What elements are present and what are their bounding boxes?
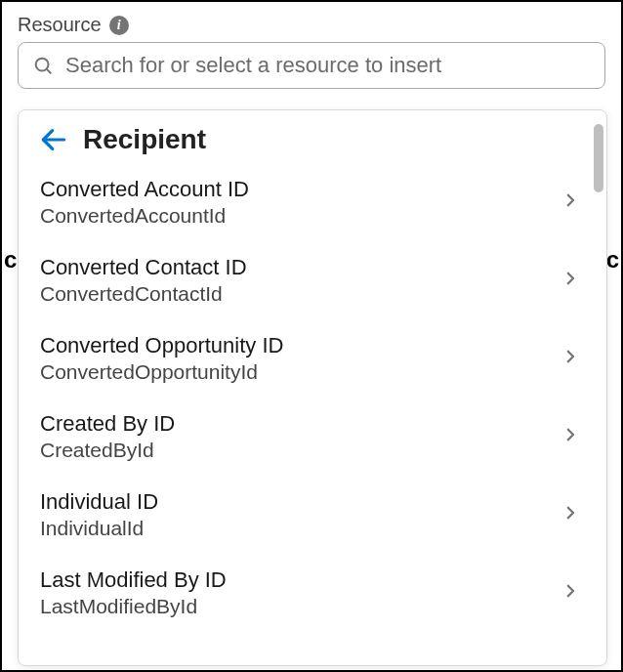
svg-point-0: [36, 59, 49, 71]
back-arrow-icon[interactable]: [38, 124, 69, 155]
item-text: Converted Opportunity ID ConvertedOpport…: [40, 333, 283, 384]
item-label: Converted Contact ID: [40, 255, 247, 280]
dropdown-title: Recipient: [83, 124, 206, 155]
resource-search-box[interactable]: [18, 42, 605, 89]
list-item[interactable]: Converted Opportunity ID ConvertedOpport…: [19, 319, 601, 398]
field-label: Resource: [18, 14, 102, 36]
item-label: Converted Account ID: [40, 177, 249, 202]
item-api-name: CreatedById: [40, 439, 175, 462]
item-label: Converted Opportunity ID: [40, 333, 283, 358]
chevron-right-icon: [561, 348, 579, 369]
search-icon: [32, 55, 54, 76]
dropdown-scroll[interactable]: Recipient Converted Account ID Converted…: [19, 110, 606, 665]
dropdown-list: Converted Account ID ConvertedAccountId …: [19, 163, 601, 632]
item-label: Last Modified By ID: [40, 567, 227, 593]
resource-field: Resource i: [2, 2, 621, 89]
info-icon[interactable]: i: [109, 16, 129, 35]
background-text-right: c: [606, 246, 619, 273]
item-api-name: ConvertedAccountId: [40, 204, 249, 228]
chevron-right-icon: [561, 191, 579, 213]
list-item[interactable]: Last Modified By ID LastModifiedById: [19, 554, 601, 632]
list-item[interactable]: Converted Contact ID ConvertedContactId: [19, 241, 601, 319]
field-label-row: Resource i: [18, 14, 605, 36]
item-text: Individual ID IndividualId: [40, 489, 158, 540]
resource-dropdown: Recipient Converted Account ID Converted…: [18, 109, 607, 666]
list-item[interactable]: Created By ID CreatedById: [19, 398, 601, 476]
item-api-name: IndividualId: [40, 517, 158, 540]
item-text: Converted Account ID ConvertedAccountId: [40, 177, 249, 228]
chevron-right-icon: [561, 582, 579, 604]
chevron-right-icon: [561, 270, 579, 291]
item-api-name: ConvertedOpportunityId: [40, 360, 283, 384]
chevron-right-icon: [561, 504, 579, 525]
item-api-name: ConvertedContactId: [40, 282, 247, 306]
item-text: Last Modified By ID LastModifiedById: [40, 567, 227, 618]
chevron-right-icon: [561, 426, 579, 447]
item-label: Individual ID: [40, 489, 158, 515]
background-text-left: c: [4, 246, 17, 273]
item-text: Created By ID CreatedById: [40, 411, 175, 462]
list-item[interactable]: Individual ID IndividualId: [19, 476, 601, 554]
item-api-name: LastModifiedById: [40, 595, 227, 618]
item-text: Converted Contact ID ConvertedContactId: [40, 255, 247, 306]
dropdown-header: Recipient: [19, 124, 601, 163]
svg-line-1: [47, 69, 51, 73]
scrollbar-thumb[interactable]: [594, 124, 603, 192]
search-input[interactable]: [65, 53, 591, 78]
item-label: Created By ID: [40, 411, 175, 437]
list-item[interactable]: Converted Account ID ConvertedAccountId: [19, 163, 601, 241]
